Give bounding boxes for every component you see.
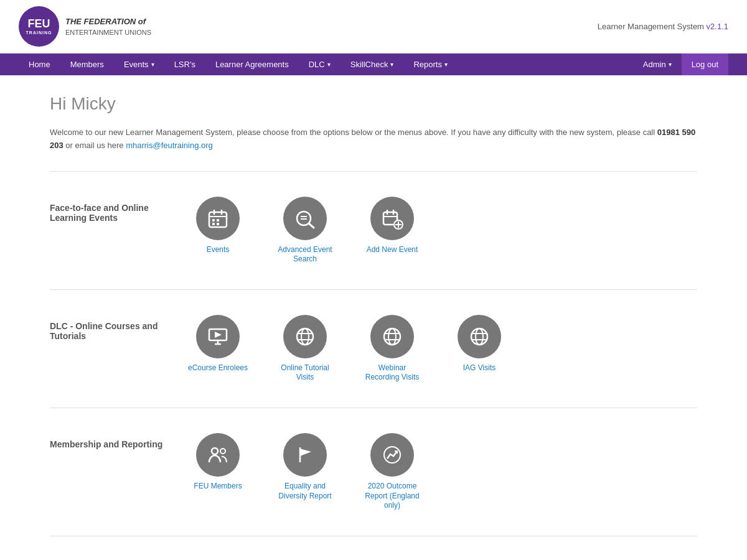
main-content: Hi Micky Welcome to our new Learner Mana… <box>31 75 716 560</box>
iag-label: IAG Visits <box>463 363 496 373</box>
search-calendar-icon <box>294 207 316 230</box>
chart-icon <box>381 444 403 466</box>
logo: FEU TRAINING <box>19 6 59 47</box>
nav-learner-agreements[interactable]: Learner Agreements <box>205 54 299 75</box>
svg-point-24 <box>301 329 309 345</box>
events-section: Face-to-face and Online Learning Events <box>50 184 697 277</box>
dlc-section-label: DLC - Online Courses and Tutorials <box>50 315 174 341</box>
system-title: Learner Management System v2.1.1 <box>598 22 728 31</box>
outcome-report-label: 2020 Outcome Report (England only) <box>361 482 423 511</box>
feu-members-label: FEU Members <box>194 482 242 492</box>
nav-lsrs[interactable]: LSR's <box>164 54 205 75</box>
advanced-search-icon-item[interactable]: Advanced Event Search <box>274 197 336 264</box>
add-event-label: Add New Event <box>367 245 418 255</box>
feu-members-icon-item[interactable]: FEU Members <box>187 433 249 492</box>
svg-marker-22 <box>215 332 222 338</box>
tutorial-label: Online Tutorial Visits <box>274 363 336 383</box>
screen-icon <box>207 325 229 348</box>
logo-feu: FEU <box>28 17 50 31</box>
ecourse-label: eCourse Enrolees <box>188 363 248 373</box>
advanced-search-icon-circle <box>283 197 327 240</box>
membership-icons: FEU Members Equality and Diversity Repor… <box>187 433 423 511</box>
membership-section-label: Membership and Reporting <box>50 433 174 449</box>
divider-2 <box>50 289 697 290</box>
events-section-label: Face-to-face and Online Learning Events <box>50 197 174 223</box>
reports-chevron: ▾ <box>444 61 448 68</box>
calendar-add-icon <box>381 207 403 230</box>
globe-icon-1 <box>294 325 316 348</box>
divider-1 <box>50 171 697 172</box>
svg-rect-6 <box>212 223 215 225</box>
add-event-icon-item[interactable]: Add New Event <box>361 197 423 255</box>
dlc-section: DLC - Online Courses and Tutorials eCour… <box>50 302 697 395</box>
nav-admin[interactable]: Admin ▾ <box>633 54 682 75</box>
logo-training: TRAINING <box>26 30 52 35</box>
outcome-report-icon-circle <box>370 433 414 477</box>
version-link[interactable]: v2.1.1 <box>707 22 728 31</box>
divider-3 <box>50 408 697 408</box>
svg-rect-4 <box>212 219 215 222</box>
globe-icon-3 <box>468 325 491 348</box>
events-icon-item[interactable]: Events <box>187 197 249 255</box>
nav-dlc[interactable]: DLC ▾ <box>299 54 341 75</box>
add-event-icon-circle <box>370 197 414 240</box>
membership-section: Membership and Reporting FEU Members <box>50 421 697 523</box>
svg-point-23 <box>297 329 313 345</box>
greeting: Hi Micky <box>50 94 697 114</box>
svg-point-36 <box>220 449 225 454</box>
nav-members[interactable]: Members <box>60 54 114 75</box>
iag-icon-item[interactable]: IAG Visits <box>448 315 510 373</box>
flag-icon <box>294 444 316 466</box>
advanced-search-label: Advanced Event Search <box>274 245 336 264</box>
svg-point-27 <box>384 329 400 345</box>
calendar-icon <box>207 207 229 230</box>
ecourse-icon-item[interactable]: eCourse Enrolees <box>187 315 249 373</box>
header: FEU TRAINING THE FEDERATION of ENTERTAIN… <box>0 0 747 54</box>
nav-logout[interactable]: Log out <box>682 54 728 75</box>
logo-area: FEU TRAINING THE FEDERATION of ENTERTAIN… <box>19 6 151 47</box>
svg-point-35 <box>212 448 218 454</box>
equality-label: Equality and Diversity Report <box>274 482 336 501</box>
tutorial-icon-item[interactable]: Online Tutorial Visits <box>274 315 336 383</box>
nav-reports[interactable]: Reports ▾ <box>403 54 458 75</box>
logo-line2: ENTERTAINMENT UNIONS <box>65 27 151 38</box>
svg-rect-7 <box>217 223 219 225</box>
svg-point-31 <box>471 329 487 345</box>
svg-rect-5 <box>217 219 219 222</box>
svg-point-28 <box>388 329 396 345</box>
events-label: Events <box>207 245 230 255</box>
globe-icon-2 <box>381 325 403 348</box>
webinar-label: Webinar Recording Visits <box>361 363 423 383</box>
equality-icon-item[interactable]: Equality and Diversity Report <box>274 433 336 501</box>
divider-4 <box>50 536 697 536</box>
svg-marker-38 <box>300 449 311 456</box>
events-icon-circle <box>196 197 240 240</box>
outcome-report-icon-item[interactable]: 2020 Outcome Report (England only) <box>361 433 423 511</box>
svg-point-32 <box>476 329 483 345</box>
skillcheck-chevron: ▾ <box>390 61 393 68</box>
logo-text: THE FEDERATION of ENTERTAINMENT UNIONS <box>65 16 151 38</box>
equality-icon-circle <box>283 433 327 477</box>
webinar-icon-item[interactable]: Webinar Recording Visits <box>361 315 423 383</box>
navbar: Home Members Events ▾ LSR's Learner Agre… <box>0 54 747 75</box>
ecourse-icon-circle <box>196 315 240 358</box>
svg-line-9 <box>309 223 314 228</box>
dlc-icons: eCourse Enrolees Online Tutorial Visits <box>187 315 510 383</box>
events-chevron: ▾ <box>151 61 154 68</box>
email-link[interactable]: mharris@feutraining.org <box>126 141 213 150</box>
events-icons: Events Advanced Event Search <box>187 197 423 264</box>
iag-icon-circle <box>458 315 501 358</box>
people-icon <box>207 444 229 466</box>
nav-skillcheck[interactable]: SkillCheck ▾ <box>341 54 404 75</box>
webinar-icon-circle <box>370 315 414 358</box>
admin-chevron: ▾ <box>669 61 672 68</box>
feu-members-icon-circle <box>196 433 240 477</box>
other-section: Other SkillCheck Assessments <box>50 549 697 560</box>
welcome-text: Welcome to our new Learner Management Sy… <box>50 126 697 152</box>
nav-home[interactable]: Home <box>19 54 60 75</box>
nav-events[interactable]: Events ▾ <box>114 54 164 75</box>
logo-line1: THE FEDERATION of <box>65 16 151 28</box>
dlc-chevron: ▾ <box>327 61 331 68</box>
tutorial-icon-circle <box>283 315 327 358</box>
